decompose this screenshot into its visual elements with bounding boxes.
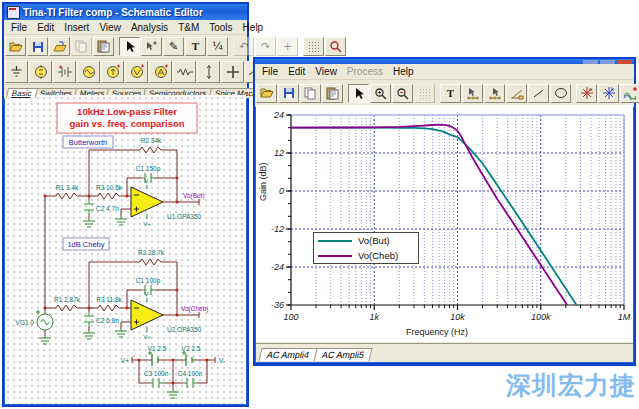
menu-file[interactable]: File <box>257 66 283 77</box>
butterworth-label[interactable]: Butterworth <box>63 136 113 148</box>
axis-a-marker-button[interactable]: a <box>576 84 597 103</box>
legend-item: Vo(But) <box>318 235 414 246</box>
svg-text:C4 100n: C4 100n <box>178 370 203 377</box>
legend-label-cheb: Vo(Cheb) <box>358 250 398 261</box>
legend-swatch-but <box>318 240 352 242</box>
copy-button[interactable] <box>71 37 92 56</box>
wire-cursor-button[interactable] <box>141 37 162 56</box>
current-probe-button[interactable] <box>197 61 220 83</box>
plot-area[interactable]: 24120-12-24-361001k10k100k1M Gain (dB) F… <box>256 105 633 342</box>
svg-text:C2 6.8n: C2 6.8n <box>96 317 119 324</box>
svg-text:a: a <box>589 86 593 92</box>
redo-button[interactable]: ↷ <box>255 37 276 56</box>
ammeter-button[interactable] <box>149 61 172 83</box>
save-button[interactable] <box>278 84 299 103</box>
current-generator-button[interactable] <box>101 61 124 83</box>
paste-button[interactable] <box>322 84 343 103</box>
cheby-stage[interactable]: R1 2.87k R3 11.8k C2 6.8n R2 28.7k C1 10… <box>45 249 208 340</box>
butterworth-stage[interactable]: R1 3.4k R3 10.5k C2 4.7n R2 34k C1 150p … <box>44 137 205 227</box>
titlebar[interactable]: Tina-TI Filter comp - Schematic Editor <box>4 4 247 20</box>
power-supply[interactable]: V+ V- V1 2.5 V2 2.5 C3 100n C4 100n <box>121 345 225 398</box>
svg-text:R2 34k: R2 34k <box>141 137 162 144</box>
cheby-label[interactable]: 1dB Cheby <box>63 238 109 250</box>
menu-file[interactable]: File <box>6 22 32 33</box>
text-button[interactable]: T <box>185 37 206 56</box>
slope-tool-button[interactable] <box>506 84 527 103</box>
add-button[interactable]: + <box>277 37 298 56</box>
vg1-source[interactable]: VG1 0 <box>16 307 53 345</box>
svg-text:V-: V- <box>144 178 150 184</box>
open-button[interactable] <box>5 37 26 56</box>
node-component-button[interactable] <box>221 61 244 83</box>
close-button[interactable] <box>617 60 632 64</box>
menu-edit[interactable]: Edit <box>32 22 59 33</box>
svg-text:C1 150p: C1 150p <box>136 165 161 173</box>
svg-text:Vo(But): Vo(But) <box>183 192 205 200</box>
axis-b-marker-button[interactable]: b <box>598 84 619 103</box>
select-cursor-button[interactable] <box>348 84 369 103</box>
svg-text:R3 10.5k: R3 10.5k <box>96 184 123 191</box>
voltage-source-button[interactable] <box>29 61 52 83</box>
svg-text:V2 2.5: V2 2.5 <box>182 345 201 352</box>
tab-basic[interactable]: Basic <box>6 88 38 98</box>
save-button[interactable] <box>27 37 48 56</box>
zoom-in-button[interactable] <box>370 84 391 103</box>
tab-ac-ampli5[interactable]: AC Ampli5 <box>313 348 372 361</box>
menu-tm[interactable]: T&M <box>173 22 204 33</box>
fraction-button[interactable]: ¼ <box>207 37 228 56</box>
legend-swatch-cheb <box>318 255 352 257</box>
menu-view[interactable]: View <box>94 22 126 33</box>
line-tool-button[interactable] <box>528 84 549 103</box>
svg-text:100: 100 <box>283 312 298 321</box>
copy-button[interactable] <box>300 84 321 103</box>
legend-item: Vo(Cheb) <box>318 250 414 261</box>
undo-button[interactable]: ↶ <box>233 37 254 56</box>
cursor-b-button[interactable] <box>484 84 505 103</box>
text-button[interactable]: T <box>440 84 461 103</box>
menu-tools[interactable]: Tools <box>204 22 237 33</box>
menu-help[interactable]: Help <box>388 66 419 77</box>
pen-button[interactable]: ✎ <box>163 37 184 56</box>
svg-text:b: b <box>611 86 615 92</box>
menu-insert[interactable]: Insert <box>59 22 94 33</box>
grid-button[interactable] <box>414 84 435 103</box>
chart-legend[interactable]: Vo(But) Vo(Cheb) <box>313 232 419 264</box>
grid-icon <box>419 88 430 99</box>
redo-icon: ↷ <box>261 41 270 52</box>
text-icon: T <box>192 41 199 52</box>
svg-text:V+: V+ <box>143 334 151 340</box>
open-macro-button[interactable] <box>49 37 70 56</box>
voltage-generator-button[interactable] <box>77 61 100 83</box>
svg-text:0: 0 <box>279 186 284 196</box>
annotation-box[interactable]: 10kHz Low-pass Filter gain vs. freq. com… <box>57 103 197 133</box>
open-button[interactable] <box>256 84 277 103</box>
minimize-button[interactable] <box>583 60 598 64</box>
titlebar-sliver[interactable] <box>255 59 634 64</box>
tab-ac-ampli4[interactable]: AC Ampli4 <box>258 348 317 361</box>
add-curves-button[interactable] <box>620 84 639 103</box>
ground-component-button[interactable] <box>5 61 28 83</box>
svg-text:Vo(Cheb): Vo(Cheb) <box>181 305 208 313</box>
select-cursor-button[interactable] <box>119 37 140 56</box>
menu-view[interactable]: View <box>310 66 342 77</box>
menu-analysis[interactable]: Analysis <box>126 22 173 33</box>
cursor-a-button[interactable] <box>462 84 483 103</box>
svg-text:R1 3.4k: R1 3.4k <box>56 184 79 191</box>
menu-edit[interactable]: Edit <box>283 66 310 77</box>
schematic-canvas[interactable]: 10kHz Low-pass Filter gain vs. freq. com… <box>5 95 246 404</box>
zoom-button[interactable] <box>325 37 346 56</box>
resistor-component-button[interactable] <box>173 61 196 83</box>
diagram-menubar: File Edit View Process Help <box>255 64 634 80</box>
zoom-out-button[interactable] <box>392 84 413 103</box>
svg-text:gain vs. freq. comparison: gain vs. freq. comparison <box>69 118 184 129</box>
grid-button[interactable] <box>303 37 324 56</box>
battery-component-button[interactable] <box>53 61 76 83</box>
paste-button[interactable] <box>93 37 114 56</box>
maximize-button[interactable] <box>600 60 615 64</box>
voltmeter-button[interactable] <box>125 61 148 83</box>
ellipse-tool-button[interactable] <box>550 84 571 103</box>
svg-text:V-: V- <box>144 291 150 297</box>
watermark-text: 深圳宏力捷 <box>506 369 636 402</box>
menu-help[interactable]: Help <box>238 22 269 33</box>
svg-text:1k: 1k <box>369 312 379 321</box>
